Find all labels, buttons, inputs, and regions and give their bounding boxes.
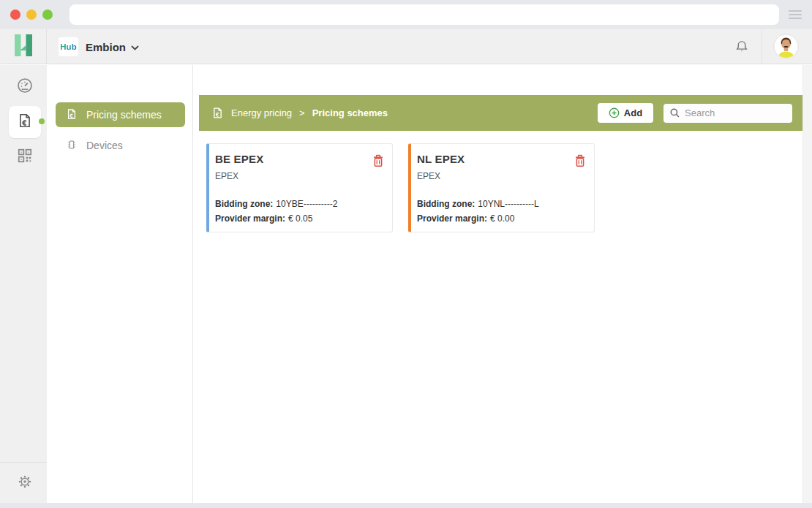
rail-item-dashboard[interactable] [9, 71, 41, 103]
minimize-window-button[interactable] [26, 10, 37, 20]
delete-icon[interactable] [574, 154, 587, 167]
pricing-document-icon [17, 113, 33, 132]
search-input[interactable] [685, 107, 787, 118]
search-icon [669, 107, 680, 118]
pricing-status-dot [39, 118, 45, 124]
pricing-document-icon [211, 107, 224, 119]
sidebar-item-label: Pricing schemes [86, 109, 162, 121]
address-bar-input[interactable] [69, 4, 779, 25]
page-toolbar: Energy pricing > Pricing schemes Add [199, 95, 802, 131]
plus-circle-icon [609, 107, 620, 118]
browser-chrome [0, 0, 812, 29]
window-edge [0, 503, 812, 508]
rail-item-apps[interactable] [9, 141, 41, 173]
icon-rail [0, 65, 47, 503]
notifications-bell-icon[interactable] [734, 39, 750, 55]
pricing-scheme-card[interactable]: BE EPEX EPEX [206, 143, 393, 232]
card-subtitle: EPEX [417, 171, 587, 181]
card-field-bidding-zone: Bidding zone:10YNL----------L [417, 197, 587, 211]
sidebar: Pricing schemes Devices [47, 65, 193, 503]
workspace-selector[interactable]: Embion [86, 29, 139, 64]
app-logo[interactable] [0, 29, 47, 64]
chevron-down-icon [131, 40, 139, 53]
search-box [663, 104, 792, 123]
chip-icon [66, 139, 78, 153]
delete-icon[interactable] [372, 154, 385, 167]
add-button-label: Add [624, 107, 642, 118]
rail-item-settings[interactable] [9, 467, 41, 499]
gear-icon [17, 474, 33, 493]
grid-icon [17, 148, 33, 167]
card-title: NL EPEX [417, 153, 465, 165]
close-window-button[interactable] [10, 10, 20, 20]
scrollbar-track[interactable] [802, 65, 812, 503]
pricing-scheme-list: BE EPEX EPEX [206, 143, 595, 232]
breadcrumb-parent[interactable]: Energy pricing [231, 107, 292, 118]
app-window: Hub Embion [0, 29, 812, 503]
card-title: BE EPEX [215, 153, 263, 165]
hub-badge-label: Hub [60, 42, 76, 51]
pricing-scheme-card[interactable]: NL EPEX EPEX [408, 143, 595, 232]
rail-item-pricing[interactable] [9, 106, 41, 138]
maximize-window-button[interactable] [42, 10, 53, 20]
card-field-bidding-zone: Bidding zone:10YBE----------2 [215, 197, 385, 211]
app-header: Hub Embion [0, 29, 812, 64]
gauge-icon [15, 76, 34, 98]
sidebar-item-pricing-schemes[interactable]: Pricing schemes [56, 102, 185, 127]
user-avatar[interactable] [774, 34, 798, 58]
main-content: Energy pricing > Pricing schemes Add [194, 65, 812, 503]
card-subtitle: EPEX [215, 171, 385, 181]
header-divider [762, 29, 762, 64]
browser-menu-icon[interactable] [789, 10, 802, 19]
add-button[interactable]: Add [598, 103, 653, 123]
sidebar-item-label: Devices [86, 140, 123, 151]
workspace-name: Embion [86, 41, 126, 53]
pricing-document-icon [66, 108, 78, 122]
breadcrumb-current: Pricing schemes [312, 107, 388, 118]
rail-divider [0, 462, 47, 463]
breadcrumb-separator: > [299, 107, 305, 118]
hub-badge[interactable]: Hub [59, 37, 78, 56]
sidebar-item-devices[interactable]: Devices [56, 133, 185, 158]
h-logo-icon [13, 34, 34, 60]
card-field-provider-margin: Provider margin:€ 0.00 [417, 211, 587, 226]
card-field-provider-margin: Provider margin:€ 0.05 [215, 211, 385, 226]
screen: Hub Embion [0, 0, 812, 508]
